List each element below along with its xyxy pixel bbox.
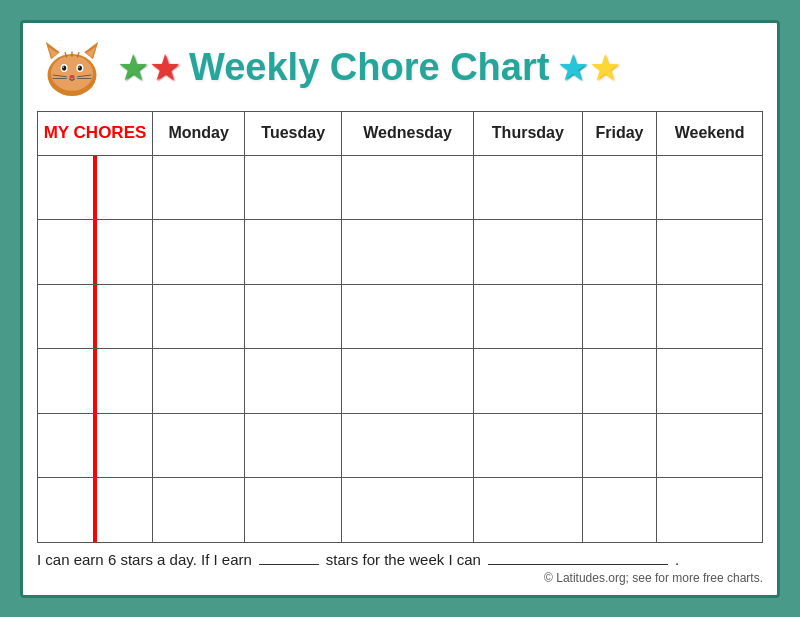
wed-3 — [342, 284, 474, 349]
col-thursday: Thursday — [474, 111, 583, 155]
wkd-5 — [657, 413, 763, 478]
table-row — [38, 220, 763, 285]
thu-1 — [474, 155, 583, 220]
tue-4 — [245, 349, 342, 414]
footer: I can earn 6 stars a day. If I earn star… — [37, 551, 763, 585]
table-row — [38, 155, 763, 220]
table-row — [38, 413, 763, 478]
wed-6 — [342, 478, 474, 543]
chore-cell-4 — [38, 349, 153, 414]
thu-4 — [474, 349, 583, 414]
footer-part2: stars for the week I can — [326, 551, 481, 568]
thu-6 — [474, 478, 583, 543]
table-row — [38, 349, 763, 414]
wkd-2 — [657, 220, 763, 285]
chore-cell-1 — [38, 155, 153, 220]
chore-cell-2 — [38, 220, 153, 285]
mon-3 — [153, 284, 245, 349]
svg-point-12 — [69, 75, 74, 79]
svg-point-10 — [63, 66, 64, 67]
table-row — [38, 284, 763, 349]
svg-point-9 — [78, 65, 82, 70]
star-cyan-icon: ★ — [557, 50, 589, 86]
page-title: Weekly Chore Chart — [189, 46, 549, 89]
fri-4 — [582, 349, 657, 414]
mon-5 — [153, 413, 245, 478]
col-monday: Monday — [153, 111, 245, 155]
wkd-4 — [657, 349, 763, 414]
fri-6 — [582, 478, 657, 543]
mon-2 — [153, 220, 245, 285]
mon-1 — [153, 155, 245, 220]
mon-4 — [153, 349, 245, 414]
tue-5 — [245, 413, 342, 478]
tue-1 — [245, 155, 342, 220]
svg-point-8 — [62, 65, 66, 70]
chore-table: MY CHORES Monday Tuesday Wednesday Thurs… — [37, 111, 763, 543]
title-stars: ★ ★ Weekly Chore Chart ★ ★ — [117, 46, 763, 89]
star-green-icon: ★ — [117, 50, 149, 86]
wed-2 — [342, 220, 474, 285]
col-tuesday: Tuesday — [245, 111, 342, 155]
footer-period: . — [675, 551, 679, 568]
star-red-icon: ★ — [149, 50, 181, 86]
my-chores-header: MY CHORES — [38, 111, 153, 155]
fri-1 — [582, 155, 657, 220]
mon-6 — [153, 478, 245, 543]
thu-3 — [474, 284, 583, 349]
footer-part1: I can earn 6 stars a day. If I earn — [37, 551, 252, 568]
table-row — [38, 478, 763, 543]
reward-blank — [488, 564, 668, 565]
wkd-1 — [657, 155, 763, 220]
fri-3 — [582, 284, 657, 349]
thu-5 — [474, 413, 583, 478]
cat-icon — [37, 33, 107, 103]
tue-3 — [245, 284, 342, 349]
wed-1 — [342, 155, 474, 220]
fri-5 — [582, 413, 657, 478]
fri-2 — [582, 220, 657, 285]
tue-2 — [245, 220, 342, 285]
col-friday: Friday — [582, 111, 657, 155]
wkd-6 — [657, 478, 763, 543]
wed-5 — [342, 413, 474, 478]
tue-6 — [245, 478, 342, 543]
header: ★ ★ Weekly Chore Chart ★ ★ — [37, 33, 763, 103]
chore-cell-6 — [38, 478, 153, 543]
col-wednesday: Wednesday — [342, 111, 474, 155]
chore-cell-3 — [38, 284, 153, 349]
svg-point-11 — [78, 66, 79, 67]
footer-text: I can earn 6 stars a day. If I earn star… — [37, 551, 763, 568]
chore-cell-5 — [38, 413, 153, 478]
footer-credit: © Latitudes.org; see for more free chart… — [37, 571, 763, 585]
wkd-3 — [657, 284, 763, 349]
wed-4 — [342, 349, 474, 414]
stars-blank — [259, 564, 319, 565]
svg-point-5 — [51, 55, 93, 90]
col-weekend: Weekend — [657, 111, 763, 155]
thu-2 — [474, 220, 583, 285]
star-gold-icon: ★ — [589, 50, 621, 86]
card: ★ ★ Weekly Chore Chart ★ ★ MY CHORES Mon… — [20, 20, 780, 598]
